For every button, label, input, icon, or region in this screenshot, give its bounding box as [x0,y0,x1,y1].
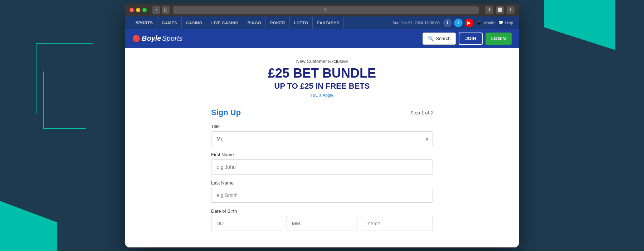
dob-mm-input[interactable] [287,216,358,231]
promo-title: £25 BET BUNDLE [132,66,512,80]
dob-inputs-row [211,216,433,231]
close-window-button[interactable] [130,8,134,12]
twitter-icon[interactable]: t [454,19,463,27]
minimize-window-button[interactable] [136,8,140,12]
social-media-links: f t ▶ [443,19,473,27]
logo-boyle-text: Boyle [142,34,161,43]
search-button[interactable]: 🔍 Search [423,33,456,45]
join-button[interactable]: JOIN [459,33,482,45]
site-logo[interactable]: 🔴 Boyle Sports [132,34,182,43]
mobile-icon: 📱 [477,20,482,25]
promo-tc-text: T&C's Apply. [132,93,512,98]
browser-nav-buttons: ‹ ⊟ [152,6,170,14]
promo-banner: New Customer Exclusive £25 BET BUNDLE UP… [132,59,512,98]
first-name-input[interactable] [211,159,433,174]
top-nav-casino[interactable]: CASINO [182,16,207,29]
main-navigation: 🔴 Boyle Sports 🔍 Search JOIN LOGIN [125,29,519,48]
bg-decoration-top-right [544,0,615,50]
top-nav-bingo[interactable]: BINGO [243,16,266,29]
logo-sports-text: Sports [162,34,182,43]
signup-header: Sign Up Step 1 of 2 [211,108,433,117]
top-nav-poker[interactable]: POKER [266,16,290,29]
top-nav-right-section: Sun Jan 21, 2024 12:36:06 f t ▶ 📱 Mobile… [392,19,513,27]
login-button[interactable]: LOGIN [486,33,512,45]
promo-subtitle: UP TO £25 IN FREE BETS [132,82,512,91]
datetime-display: Sun Jan 21, 2024 12:36:06 [392,21,440,25]
dob-dd-wrapper [211,216,282,231]
last-name-input[interactable] [211,188,433,203]
title-field-group: Title Mr. Mrs. Ms. Dr. Prof. ∨ [211,124,433,146]
top-navigation: SPORTS GAMES CASINO LIVE CASINO BINGO PO… [125,16,519,29]
browser-titlebar: ‹ ⊟ ↻ ⬇ ⬜ ℹ [125,4,519,16]
title-label: Title [211,124,433,129]
top-nav-sports[interactable]: SPORTS [131,16,157,29]
window-controls [130,8,147,12]
last-name-label: Last Name [211,180,433,186]
help-icon: 💬 [498,20,503,25]
maximize-window-button[interactable] [142,8,147,12]
last-name-field-group: Last Name [211,180,433,203]
top-nav-games[interactable]: GAMES [157,16,182,29]
promo-exclusive-text: New Customer Exclusive [132,59,512,64]
top-nav-fantasys[interactable]: FANTASYS [313,16,344,29]
mobile-app-button[interactable]: 📱 Mobile [477,20,495,25]
browser-toolbar-actions: ⬇ ⬜ ℹ [485,6,514,14]
top-nav-lotto[interactable]: LOTTO [290,16,313,29]
search-icon: 🔍 [428,36,434,41]
signup-title: Sign Up [211,108,241,117]
top-nav-items: SPORTS GAMES CASINO LIVE CASINO BINGO PO… [131,16,344,29]
logo-flame-icon: 🔴 [132,35,140,43]
browser-window: ‹ ⊟ ↻ ⬇ ⬜ ℹ SPORTS GAMES CASINO LIVE CAS… [125,4,519,248]
share-icon[interactable]: ⬜ [496,6,504,14]
facebook-icon[interactable]: f [443,19,452,27]
main-content: New Customer Exclusive £25 BET BUNDLE UP… [125,48,519,248]
dob-dd-input[interactable] [211,216,282,231]
bg-decoration-bottom-left [0,179,57,251]
youtube-icon[interactable]: ▶ [465,19,473,27]
signup-form-container: Sign Up Step 1 of 2 Title Mr. Mrs. Ms. D… [211,108,433,231]
back-button[interactable]: ‹ [152,6,160,14]
help-button[interactable]: 💬 Help [498,20,513,25]
dob-mm-wrapper [287,216,358,231]
download-icon[interactable]: ⬇ [485,6,493,14]
first-name-label: First Name [211,152,433,157]
dob-yyyy-wrapper [362,216,433,231]
main-nav-actions: 🔍 Search JOIN LOGIN [423,33,512,45]
step-indicator: Step 1 of 2 [410,110,433,115]
dob-yyyy-input[interactable] [362,216,433,231]
top-nav-live-casino[interactable]: LIVE CASINO [207,16,243,29]
dob-label: Date of Birth [211,208,433,214]
address-bar[interactable]: ↻ [173,6,479,14]
reload-icon: ↻ [324,8,328,13]
title-select[interactable]: Mr. Mrs. Ms. Dr. Prof. [211,131,433,146]
bg-outline-2 [43,72,86,129]
info-icon[interactable]: ℹ [507,6,514,14]
dob-field-group: Date of Birth [211,208,433,231]
title-select-wrapper: Mr. Mrs. Ms. Dr. Prof. ∨ [211,131,433,146]
first-name-field-group: First Name [211,152,433,174]
forward-button[interactable]: ⊟ [162,6,170,14]
